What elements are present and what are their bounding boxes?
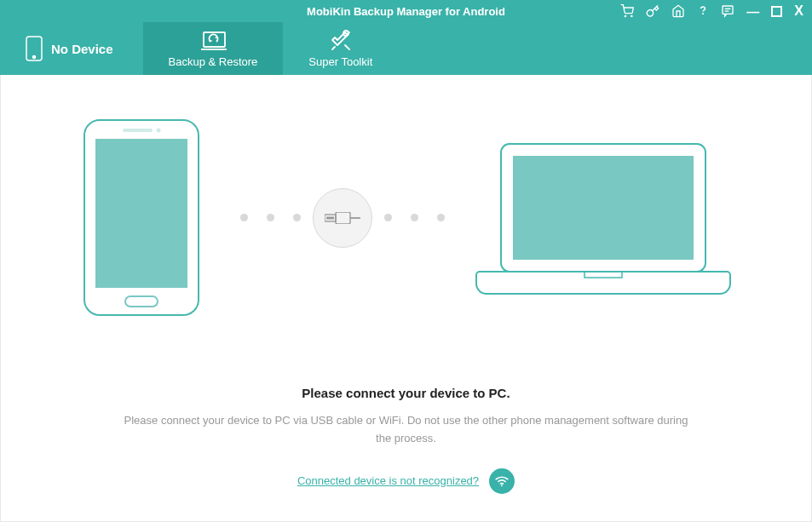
connect-heading: Please connect your device to PC. — [302, 386, 510, 400]
dot — [293, 214, 301, 221]
main-content: Please connect your device to PC. Please… — [0, 75, 812, 522]
dot — [240, 214, 248, 221]
svg-point-23 — [501, 485, 503, 486]
help-row: Connected device is not recognized? — [297, 468, 515, 494]
key-icon[interactable] — [646, 4, 659, 18]
usb-icon — [325, 212, 360, 224]
phone-illustration — [82, 118, 201, 318]
toolkit-icon — [330, 30, 352, 52]
connect-description: Please connect your device to PC via USB… — [117, 412, 696, 448]
dot — [267, 214, 274, 221]
nav-bar: No Device Backup & Restore Super Toolkit — [0, 22, 812, 75]
cart-icon[interactable] — [620, 4, 634, 18]
help-icon[interactable] — [697, 4, 709, 18]
nav-device[interactable]: No Device — [0, 22, 143, 75]
usb-connector — [313, 188, 372, 248]
title-bar: MobiKin Backup Manager for Android — X — [0, 0, 812, 22]
close-button[interactable]: X — [794, 4, 803, 18]
backup-restore-icon — [199, 30, 227, 52]
svg-point-7 — [33, 56, 36, 59]
home-icon[interactable] — [671, 4, 685, 18]
svg-point-1 — [631, 15, 632, 16]
app-title: MobiKin Backup Manager for Android — [307, 5, 505, 18]
svg-rect-17 — [326, 216, 334, 219]
feedback-icon[interactable] — [721, 4, 734, 18]
nav-super-toolkit[interactable]: Super Toolkit — [283, 22, 398, 75]
svg-rect-13 — [123, 129, 153, 132]
dot — [411, 214, 418, 221]
nav-backup-restore[interactable]: Backup & Restore — [143, 22, 284, 75]
dot — [437, 214, 445, 221]
title-bar-controls: — X — [620, 0, 803, 22]
svg-rect-5 — [772, 7, 781, 16]
nav-backup-label: Backup & Restore — [169, 55, 258, 68]
wifi-icon — [494, 473, 510, 489]
svg-point-14 — [156, 129, 160, 133]
svg-rect-18 — [336, 212, 350, 224]
nav-device-label: No Device — [51, 42, 113, 56]
wifi-button[interactable] — [489, 468, 515, 494]
phone-icon — [26, 36, 43, 61]
minimize-button[interactable]: — — [746, 5, 759, 18]
svg-point-0 — [625, 15, 626, 16]
connection-illustration — [35, 118, 777, 318]
dot — [384, 214, 392, 221]
not-recognized-link[interactable]: Connected device is not recognized? — [297, 474, 479, 487]
dots-left — [240, 214, 301, 221]
svg-rect-2 — [723, 6, 733, 14]
laptop-illustration — [475, 141, 731, 295]
svg-rect-12 — [95, 139, 187, 288]
nav-toolkit-label: Super Toolkit — [308, 55, 372, 68]
svg-rect-21 — [513, 156, 694, 260]
dots-right — [384, 214, 445, 221]
maximize-button[interactable] — [771, 6, 782, 17]
